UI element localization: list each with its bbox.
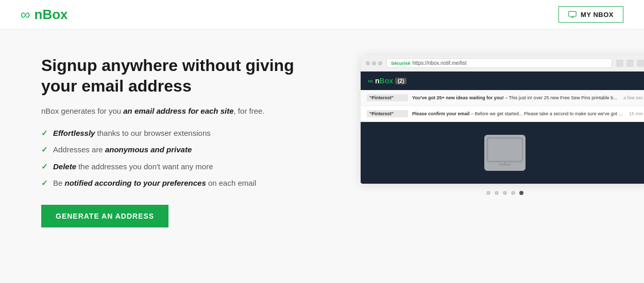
feature-item-3: ✓ Delete the addresses you don't want an… — [41, 161, 330, 173]
dot-5-active[interactable] — [519, 191, 523, 195]
checkmark-1: ✓ — [41, 128, 48, 139]
headline: Signup anywhere without giving your emai… — [41, 55, 330, 96]
nbox-inner-logo: ∞ nBox (2) — [368, 77, 406, 85]
feature-text-4: Be notified according to your preference… — [53, 178, 256, 189]
email-time-2: 15 min — [629, 111, 643, 116]
dot-3[interactable] — [503, 191, 507, 195]
secure-label: Sécurisé — [391, 61, 411, 66]
email-subject-1: You've got 25+ new ideas waiting for you… — [408, 95, 623, 100]
dot-2[interactable] — [495, 191, 499, 195]
nbox-count-badge: (2) — [395, 78, 406, 84]
browser-dot-1 — [366, 61, 370, 65]
email-row-2[interactable]: "Pinterest" Please confirm your email – … — [361, 106, 644, 122]
feature-text-3: Delete the addresses you don't want any … — [53, 161, 213, 173]
my-nbox-label: MY NBOX — [581, 11, 614, 19]
feature-text-1: Effortlessly thanks to our browser exten… — [53, 128, 211, 139]
email-time-1: a few sec — [623, 95, 643, 100]
checkmark-4: ✓ — [41, 178, 48, 189]
logo-n: n — [35, 7, 43, 22]
email-subject-2: Please confirm your email – Before we ge… — [408, 111, 629, 116]
infinity-icon: ∞ — [21, 8, 30, 21]
checkmark-3: ✓ — [41, 161, 48, 173]
browser-action-2 — [626, 60, 634, 67]
browser-controls — [366, 61, 382, 65]
subtext-end: , for free. — [234, 107, 265, 115]
subtext-plain: nBox generates for you — [41, 107, 123, 115]
logo-box: Box — [42, 7, 67, 22]
browser-action-1 — [616, 60, 623, 67]
features-list: ✓ Effortlessly thanks to our browser ext… — [41, 128, 330, 189]
inner-infinity-icon: ∞ — [368, 77, 373, 85]
hero-left: Signup anywhere without giving your emai… — [41, 50, 330, 227]
feature-text-2: Addresses are anonymous and private — [53, 144, 192, 156]
svg-rect-3 — [487, 138, 522, 162]
feature-item-1: ✓ Effortlessly thanks to our browser ext… — [41, 128, 330, 139]
email-sender-1: "Pinterest" — [367, 94, 408, 101]
nbox-inner-header: ∞ nBox (2) — [361, 72, 644, 90]
browser-bar: Sécurisé https://nbox.notif.me/list — [361, 55, 644, 72]
logo-text: nBox — [35, 7, 68, 23]
generate-address-button[interactable]: GENERATE AN ADDRESS — [41, 205, 168, 227]
carousel-dots — [486, 191, 523, 195]
email-list: "Pinterest" You've got 25+ new ideas wai… — [361, 90, 644, 122]
browser-dot-2 — [372, 61, 376, 65]
feature-item-2: ✓ Addresses are anonymous and private — [41, 144, 330, 156]
browser-actions — [616, 60, 644, 67]
url-text: https://nbox.notif.me/list — [413, 60, 467, 66]
browser-center-area — [361, 122, 644, 184]
my-nbox-button[interactable]: MY NBOX — [558, 6, 623, 23]
email-row-1[interactable]: "Pinterest" You've got 25+ new ideas wai… — [361, 90, 644, 106]
subtext-bold: an email address for each site — [123, 107, 233, 115]
hero-right: Sécurisé https://nbox.notif.me/list ∞ nB… — [361, 50, 644, 195]
browser-action-3 — [637, 60, 644, 67]
subtext: nBox generates for you an email address … — [41, 105, 330, 117]
inner-logo-text: nBox — [375, 77, 393, 85]
svg-rect-0 — [569, 11, 576, 16]
logo: ∞ nBox — [21, 7, 68, 23]
checkmark-2: ✓ — [41, 144, 48, 156]
monitor-placeholder-icon — [484, 135, 526, 171]
feature-item-4: ✓ Be notified according to your preferen… — [41, 178, 330, 189]
dot-4[interactable] — [511, 191, 515, 195]
main-content: Signup anywhere without giving your emai… — [0, 29, 644, 283]
monitor-icon — [568, 10, 577, 19]
browser-dot-3 — [378, 61, 382, 65]
email-sender-2: "Pinterest" — [367, 110, 408, 117]
browser-mockup: Sécurisé https://nbox.notif.me/list ∞ nB… — [361, 55, 644, 184]
browser-url-bar[interactable]: Sécurisé https://nbox.notif.me/list — [386, 58, 612, 68]
dot-1[interactable] — [486, 191, 490, 195]
header: ∞ nBox MY NBOX — [0, 0, 644, 29]
